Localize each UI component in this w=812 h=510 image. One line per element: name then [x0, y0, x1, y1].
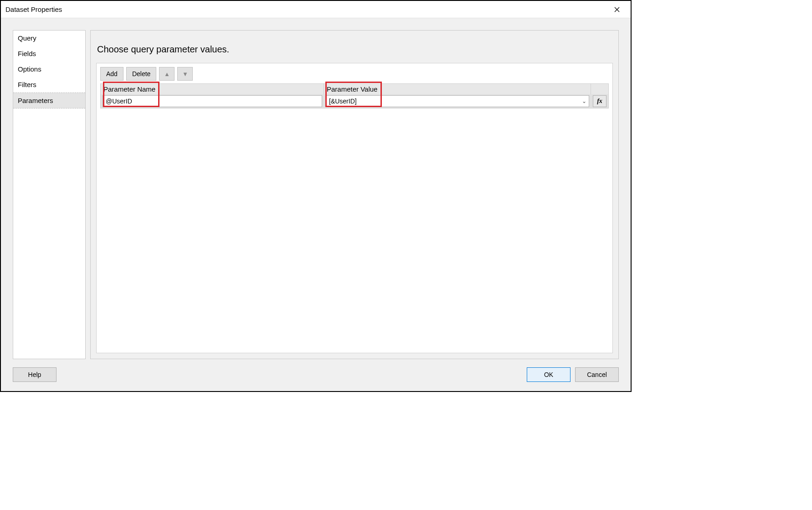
move-up-button[interactable]: ▲ — [159, 67, 175, 81]
expression-button[interactable]: fx — [593, 95, 606, 107]
parameters-grid: Parameter Name Parameter Value — [100, 83, 609, 108]
add-button[interactable]: Add — [100, 67, 123, 81]
toolbar: Add Delete ▲ ▼ — [97, 63, 612, 83]
grid-row: ⌄ fx — [100, 94, 609, 108]
col-header-fx — [591, 84, 608, 94]
parameters-panel: Add Delete ▲ ▼ Parameter Name Parameter … — [96, 63, 613, 353]
sidebar-item-options[interactable]: Options — [13, 62, 85, 77]
cell-parameter-value: ⌄ — [324, 95, 591, 107]
main-panel: Choose query parameter values. Add Delet… — [90, 30, 619, 359]
sidebar-item-filters[interactable]: Filters — [13, 77, 85, 93]
dialog-body: Query Fields Options Filters Parameters … — [1, 18, 631, 391]
page-heading: Choose query parameter values. — [91, 31, 618, 63]
ok-button[interactable]: OK — [527, 367, 570, 382]
parameter-value-input[interactable] — [326, 95, 589, 107]
parameter-value-combo[interactable]: ⌄ — [326, 95, 589, 107]
window-title: Dataset Properties — [5, 5, 608, 13]
move-down-button[interactable]: ▼ — [177, 67, 193, 81]
titlebar: Dataset Properties — [1, 1, 631, 18]
content-area: Query Fields Options Filters Parameters … — [13, 30, 619, 359]
col-header-value: Parameter Value — [324, 84, 591, 94]
arrow-down-icon: ▼ — [182, 71, 188, 77]
close-button[interactable] — [608, 3, 626, 16]
close-icon — [614, 7, 620, 12]
grid-spacer — [97, 108, 612, 353]
sidebar-item-parameters[interactable]: Parameters — [13, 93, 85, 108]
arrow-up-icon: ▲ — [164, 71, 170, 77]
parameter-name-input[interactable] — [103, 95, 322, 107]
fx-icon: fx — [597, 98, 602, 105]
sidebar-item-fields[interactable]: Fields — [13, 46, 85, 62]
cell-fx: fx — [591, 95, 608, 107]
sidebar-item-query[interactable]: Query — [13, 31, 85, 46]
grid-header-row: Parameter Name Parameter Value — [100, 83, 609, 94]
delete-button[interactable]: Delete — [126, 67, 156, 81]
help-button[interactable]: Help — [13, 367, 57, 382]
col-header-name: Parameter Name — [101, 84, 324, 94]
dialog-footer: Help OK Cancel — [13, 359, 619, 382]
cell-parameter-name — [101, 95, 324, 107]
cancel-button[interactable]: Cancel — [575, 367, 619, 382]
dataset-properties-dialog: Dataset Properties Query Fields Options … — [0, 0, 632, 392]
sidebar: Query Fields Options Filters Parameters — [13, 30, 86, 359]
